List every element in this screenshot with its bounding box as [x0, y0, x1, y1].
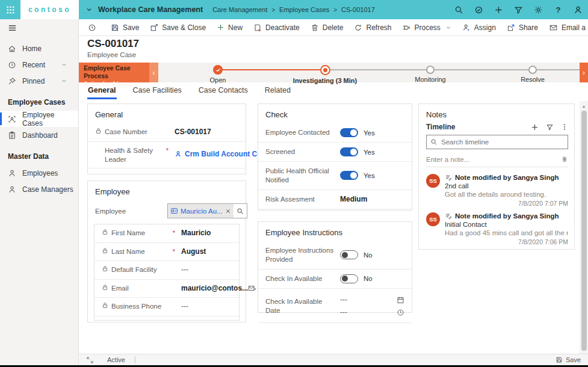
deactivate-button[interactable]: Deactivate [248, 19, 305, 36]
tab-case-facilities[interactable]: Case Facilities [132, 84, 182, 97]
refresh-button[interactable]: Refresh [348, 19, 397, 36]
quick-actions-icon[interactable] [469, 0, 489, 19]
sidebar-item-recent[interactable]: Recent [0, 57, 78, 73]
sidebar-item-case-managers[interactable]: Case Managers [0, 181, 78, 197]
timeline-search-input[interactable] [441, 138, 564, 146]
help-icon[interactable]: ? [548, 0, 568, 19]
lookup-search-icon[interactable] [234, 208, 247, 215]
field-label: Email [111, 284, 129, 293]
toggle-public-health-notified[interactable] [340, 171, 358, 180]
sidebar-item-employees[interactable]: Employees [0, 165, 78, 181]
toggle-checkin-available[interactable] [340, 274, 358, 283]
email-link-button[interactable]: Email a Link [543, 19, 588, 36]
check-section: Check Employee Contacted Yes Screened Ye… [258, 103, 412, 211]
refresh-icon [354, 23, 362, 32]
chevron-down-icon[interactable] [61, 61, 67, 68]
bpf-collapse-chevron-icon[interactable]: ‹ [149, 63, 158, 82]
scrollbar-thumb[interactable] [581, 111, 587, 351]
entry-body: Got all the details around testing. [445, 191, 568, 198]
footer-save-button[interactable]: Save [556, 356, 581, 363]
contoso-logo[interactable]: contoso [20, 0, 79, 19]
note-input-row[interactable]: Enter a note... [426, 153, 568, 167]
field-health-safety-leader: Health & Safety Leader * Crm Build Accou… [88, 142, 246, 169]
timeline-header: Timeline [419, 122, 574, 134]
save-and-close-label: Save & Close [162, 23, 206, 32]
employee-quick-view: First Name * Mauricio Last Name * August… [94, 224, 240, 321]
employee-lookup-control[interactable]: Mauricio Au... [167, 203, 247, 218]
bpf-stage-monitoring[interactable]: Monitoring [385, 63, 475, 83]
record-header: CS-001017 Employee Case [87, 38, 139, 58]
new-button[interactable]: New [211, 19, 248, 36]
calendar-icon[interactable] [397, 296, 404, 304]
send-email-icon[interactable] [248, 285, 256, 292]
process-button[interactable]: Process [397, 19, 457, 36]
toggle-value: No [364, 251, 373, 259]
stage-pending-icon [426, 66, 435, 74]
tab-general[interactable]: General [87, 84, 117, 99]
scroll-up-arrow-icon[interactable]: ▲ [580, 103, 588, 109]
field-instructions-provided: Employee Instructions Provided No [258, 241, 412, 270]
delete-button[interactable]: Delete [305, 19, 349, 36]
expand-icon[interactable] [86, 356, 94, 364]
tab-case-contacts[interactable]: Case Contacts [198, 84, 249, 97]
breadcrumb-item[interactable]: CS-001017 [341, 6, 375, 13]
bpf-next-stage-chevron-icon[interactable]: › [580, 63, 588, 82]
timeline-search-box[interactable] [426, 135, 568, 149]
plus-icon[interactable] [489, 0, 509, 19]
field-value: Mauricio [178, 229, 232, 238]
share-button[interactable]: Share [501, 19, 543, 36]
tab-related[interactable]: Related [264, 84, 291, 97]
field-value: CS-001017 [171, 128, 238, 137]
person-icon [8, 169, 16, 177]
bpf-process-label[interactable]: Employee Case Process Active for 4 hours [79, 63, 149, 82]
time-input-row[interactable]: --- [340, 306, 404, 319]
waffle-menu-icon[interactable] [0, 0, 20, 19]
clock-icon[interactable] [397, 309, 404, 316]
bpf-stage-investigating[interactable]: Investigating (3 Min) [280, 63, 370, 84]
vertical-scrollbar[interactable]: ▲ [580, 101, 588, 354]
bpf-stage-open[interactable]: Open [173, 63, 263, 84]
paperclip-icon[interactable] [561, 155, 568, 163]
field-value[interactable]: Medium [336, 195, 404, 205]
employee-lookup-chip[interactable]: Mauricio Au... [168, 204, 234, 218]
delete-label: Delete [323, 23, 344, 32]
breadcrumb-separator: > [333, 7, 337, 13]
sidebar-item-home[interactable]: Home [0, 40, 78, 57]
date-input-row[interactable]: --- [340, 294, 404, 306]
toggle-screened[interactable] [340, 147, 358, 156]
history-button[interactable] [84, 19, 101, 36]
save-and-close-button[interactable]: Save & Close [144, 19, 211, 36]
sidebar-item-pinned[interactable]: Pinned [0, 73, 78, 89]
ellipsis-vertical-icon[interactable] [561, 123, 568, 131]
lock-icon [102, 229, 108, 235]
gear-icon[interactable] [528, 0, 548, 19]
sidebar-group-employee-cases: Employee Cases [0, 89, 78, 111]
add-note-icon[interactable] [531, 123, 539, 131]
bpf-stage-resolve[interactable]: Resolve [487, 63, 578, 83]
toggle-instructions-provided[interactable] [340, 250, 358, 259]
entry-title: 2nd call [445, 182, 568, 190]
filter-icon[interactable] [509, 0, 528, 19]
search-icon[interactable] [449, 0, 469, 19]
hamburger-menu-icon[interactable] [0, 19, 78, 37]
section-title: Employee [88, 181, 246, 200]
timeline-entry[interactable]: SS Note modified by Sangya Singh Initial… [419, 208, 574, 247]
sidebar-item-dashboard[interactable]: Dashboard [0, 127, 78, 143]
environment-chevron-icon[interactable] [85, 6, 93, 13]
filter-icon[interactable] [546, 123, 554, 131]
field-value: --- [178, 302, 232, 312]
save-button[interactable]: Save [105, 19, 144, 36]
toggle-employee-contacted[interactable] [340, 128, 358, 137]
breadcrumb-item[interactable]: Care Management [212, 6, 267, 13]
breadcrumb-item[interactable]: Employee Cases [279, 6, 329, 13]
timeline-entry[interactable]: SS Note modified by Sangya Singh 2nd cal… [419, 170, 574, 208]
stage-done-icon [213, 65, 223, 75]
chevron-down-icon[interactable] [61, 78, 67, 84]
chevron-down-icon [445, 25, 451, 31]
remove-value-icon[interactable] [225, 208, 231, 214]
process-icon [403, 23, 411, 32]
assign-button[interactable]: Assign [457, 19, 501, 36]
sidebar-item-employee-cases[interactable]: Employee Cases [0, 111, 78, 127]
account-icon[interactable] [568, 0, 588, 19]
home-icon [8, 45, 16, 53]
